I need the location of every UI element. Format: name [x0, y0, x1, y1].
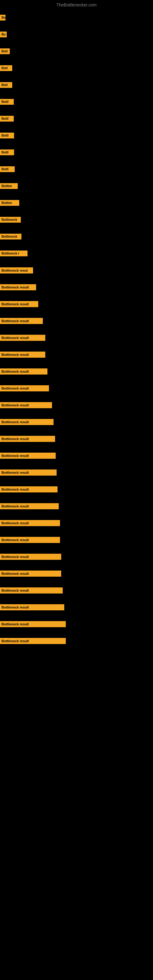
bottleneck-item-4: Bott [0, 60, 153, 76]
bottleneck-label-10: Bottl [0, 166, 15, 172]
bottleneck-label-26: Bottleneck result [0, 436, 55, 442]
bottleneck-label-36: Bottleneck result [0, 604, 64, 610]
bottleneck-label-21: Bottleneck result [0, 352, 45, 358]
bottleneck-item-24: Bottleneck result [0, 396, 153, 414]
bottleneck-label-34: Bottleneck result [0, 571, 61, 577]
bottleneck-item-2: Bo [0, 26, 153, 43]
bottleneck-item-36: Bottleneck result [0, 599, 153, 616]
bottleneck-item-32: Bottleneck result [0, 531, 153, 548]
bottleneck-item-1: Bo [0, 9, 153, 26]
bottleneck-label-4: Bott [0, 65, 12, 71]
bottleneck-item-9: Bottl [0, 144, 153, 161]
bottleneck-label-15: Bottleneck r [0, 250, 27, 256]
bottleneck-item-16: Bottleneck resul [0, 262, 153, 279]
bottleneck-item-34: Bottleneck result [0, 565, 153, 582]
bottleneck-label-12: Bottlen [0, 200, 19, 206]
bottleneck-label-1: Bo [0, 15, 5, 21]
bottleneck-label-16: Bottleneck resul [0, 267, 33, 274]
bottleneck-label-28: Bottleneck result [0, 469, 57, 476]
bottleneck-label-25: Bottleneck result [0, 419, 54, 425]
bottleneck-label-14: Bottleneck [0, 234, 21, 240]
bottleneck-item-7: Bottl [0, 110, 153, 127]
bottleneck-item-38: Bottleneck result [0, 632, 153, 649]
bottleneck-label-20: Bottleneck result [0, 335, 45, 341]
bottleneck-label-7: Bottl [0, 116, 14, 122]
bottleneck-label-8: Bottl [0, 133, 14, 138]
bottleneck-label-13: Bottleneck [0, 217, 21, 223]
bottleneck-label-18: Bottleneck result [0, 301, 38, 307]
bottleneck-label-2: Bo [0, 32, 7, 37]
bottleneck-item-31: Bottleneck result [0, 514, 153, 531]
bottleneck-item-11: Bottlen [0, 178, 153, 194]
bottleneck-label-5: Bott [0, 82, 12, 88]
bottleneck-item-21: Bottleneck result [0, 346, 153, 363]
bottleneck-item-27: Bottleneck result [0, 447, 153, 464]
bottleneck-item-23: Bottleneck result [0, 380, 153, 396]
bottleneck-label-38: Bottleneck result [0, 638, 66, 644]
bottleneck-label-29: Bottleneck result [0, 486, 57, 492]
bottleneck-item-30: Bottleneck result [0, 498, 153, 514]
bottleneck-label-22: Bottleneck result [0, 368, 48, 375]
bottleneck-label-35: Bottleneck result [0, 587, 63, 593]
bottleneck-item-37: Bottleneck result [0, 616, 153, 632]
bottleneck-label-31: Bottleneck result [0, 520, 60, 526]
bottleneck-item-33: Bottleneck result [0, 548, 153, 565]
bottleneck-item-10: Bottl [0, 161, 153, 178]
bottleneck-item-14: Bottleneck [0, 228, 153, 245]
bottleneck-item-12: Bottlen [0, 194, 153, 211]
bottleneck-item-13: Bottleneck [0, 211, 153, 228]
bottleneck-item-3: Bott [0, 43, 153, 60]
bottleneck-label-23: Bottleneck result [0, 385, 49, 391]
bottleneck-label-11: Bottlen [0, 183, 18, 189]
bottleneck-item-17: Bottleneck result [0, 279, 153, 296]
items-container: BoBoBottBottBottBottlBottlBottlBottlBott… [0, 6, 153, 649]
bottleneck-label-32: Bottleneck result [0, 537, 60, 543]
bottleneck-item-5: Bott [0, 76, 153, 94]
bottleneck-item-20: Bottleneck result [0, 329, 153, 346]
bottleneck-item-28: Bottleneck result [0, 464, 153, 481]
bottleneck-label-3: Bott [0, 48, 10, 54]
bottleneck-item-29: Bottleneck result [0, 481, 153, 498]
bottleneck-item-15: Bottleneck r [0, 245, 153, 262]
bottleneck-item-35: Bottleneck result [0, 582, 153, 599]
bottleneck-label-9: Bottl [0, 150, 14, 155]
bottleneck-label-24: Bottleneck result [0, 402, 52, 408]
bottleneck-item-26: Bottleneck result [0, 430, 153, 447]
bottleneck-label-33: Bottleneck result [0, 554, 61, 560]
bottleneck-label-27: Bottleneck result [0, 453, 56, 459]
bottleneck-label-17: Bottleneck result [0, 284, 36, 290]
bottleneck-item-22: Bottleneck result [0, 363, 153, 380]
bottleneck-item-6: Bottl [0, 94, 153, 110]
bottleneck-label-6: Bottl [0, 99, 14, 105]
bottleneck-label-19: Bottleneck result [0, 318, 43, 324]
bottleneck-item-25: Bottleneck result [0, 414, 153, 430]
bottleneck-item-19: Bottleneck result [0, 312, 153, 329]
bottleneck-item-18: Bottleneck result [0, 296, 153, 312]
bottleneck-item-8: Bottl [0, 127, 153, 144]
bottleneck-label-30: Bottleneck result [0, 503, 59, 509]
bottleneck-label-37: Bottleneck result [0, 621, 66, 627]
